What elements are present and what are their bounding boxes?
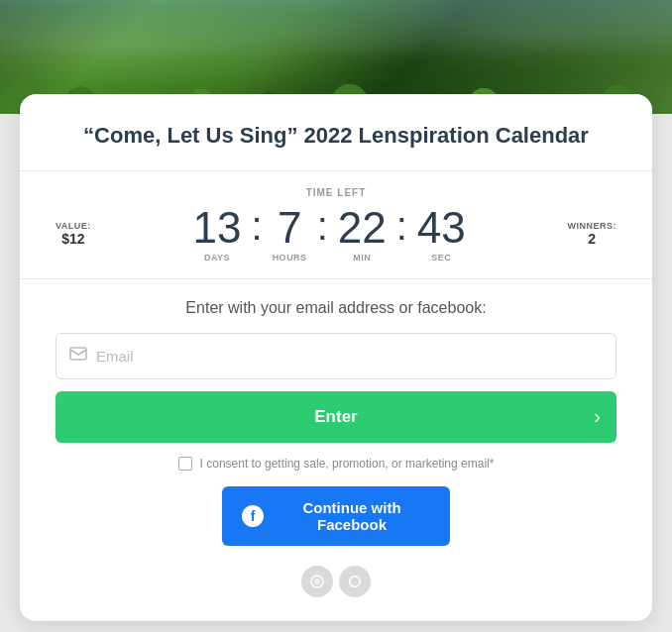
facebook-icon: f — [242, 505, 264, 527]
divider-bottom — [20, 278, 652, 279]
enter-label: Enter with your email address or faceboo… — [56, 299, 616, 317]
share-icon-2 — [339, 566, 371, 597]
enter-button-arrow-icon: › — [594, 405, 601, 428]
enter-button-label: Enter — [71, 407, 601, 427]
hours-value: 7 — [273, 206, 307, 250]
timer-hours: 7 HOURS — [265, 206, 315, 263]
svg-rect-0 — [70, 348, 86, 360]
consent-row: I consent to getting sale, promotion, or… — [56, 457, 616, 471]
seconds-label: SEC — [417, 253, 466, 263]
facebook-button-label: Continue with Facebook — [274, 499, 430, 533]
timer-minutes: 22 MIN — [330, 206, 394, 263]
timer-days: 13 DAYS — [185, 206, 250, 263]
consent-checkbox[interactable] — [178, 457, 192, 471]
winners-section: WINNERS: 2 — [568, 221, 617, 247]
winners-label: WINNERS: — [568, 221, 617, 231]
hours-label: HOURS — [273, 253, 307, 263]
email-input[interactable] — [56, 333, 616, 379]
value-amount: $12 — [56, 231, 91, 247]
minutes-label: MIN — [338, 253, 387, 263]
value-label: VALUE: — [56, 221, 91, 231]
days-value: 13 — [193, 206, 242, 250]
colon-3: : — [394, 206, 409, 246]
email-icon — [69, 347, 87, 365]
email-input-wrapper — [56, 333, 616, 379]
facebook-f-letter: f — [251, 509, 256, 523]
colon-2: : — [315, 206, 330, 246]
facebook-button-wrapper: f Continue with Facebook — [56, 486, 616, 546]
timer-label: TIME LEFT — [56, 187, 616, 198]
timer-digits: 13 DAYS : 7 HOURS : 22 MIN : 43 SEC — [185, 206, 474, 263]
carousel-dot-2[interactable] — [339, 94, 347, 102]
carousel-dots — [325, 94, 347, 102]
timer-seconds: 43 SEC — [409, 206, 474, 263]
timer-container: VALUE: $12 13 DAYS : 7 HOURS : 22 MIN — [56, 206, 616, 263]
seconds-value: 43 — [417, 206, 466, 250]
timer-section: TIME LEFT VALUE: $12 13 DAYS : 7 HOURS : — [56, 171, 616, 278]
minutes-value: 22 — [338, 206, 387, 250]
days-label: DAYS — [193, 253, 242, 263]
winners-count: 2 — [568, 231, 617, 247]
colon-1: : — [250, 206, 265, 246]
bottom-share-icons — [56, 566, 616, 597]
enter-button[interactable]: Enter › — [56, 391, 616, 443]
facebook-button[interactable]: f Continue with Facebook — [222, 486, 450, 546]
consent-text: I consent to getting sale, promotion, or… — [200, 457, 495, 471]
main-card: “Come, Let Us Sing” 2022 Lenspiration Ca… — [20, 94, 652, 621]
value-section: VALUE: $12 — [56, 221, 91, 247]
carousel-dot-1[interactable] — [325, 94, 333, 102]
card-title: “Come, Let Us Sing” 2022 Lenspiration Ca… — [56, 122, 616, 151]
share-icon-1 — [301, 566, 333, 597]
